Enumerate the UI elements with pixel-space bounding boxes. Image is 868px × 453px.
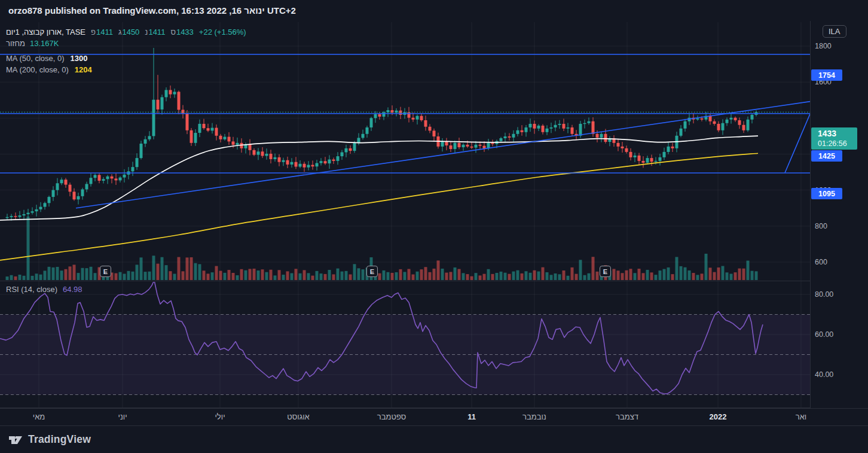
time-axis-label: 2022 xyxy=(710,412,727,421)
price-tick-label: 600 xyxy=(815,257,827,267)
ma200-line xyxy=(0,153,758,260)
earnings-icon[interactable]: E xyxy=(600,266,611,277)
earnings-icon[interactable]: E xyxy=(100,266,111,277)
time-axis-label: אוגוסט xyxy=(287,412,309,421)
time-axis-label: נובמבר xyxy=(522,412,546,421)
tradingview-logo[interactable]: TradingView xyxy=(8,432,91,448)
chart-canvas[interactable] xyxy=(0,21,810,408)
price-line-badge: 1425 xyxy=(811,150,842,162)
published-info-bar: orzo878 published on TradingView.com, 16… xyxy=(0,0,868,21)
tradingview-published-chart: orzo878 published on TradingView.com, 16… xyxy=(0,0,868,453)
symbol-axis-button[interactable]: ILA xyxy=(823,25,846,38)
footer-bar: TradingView xyxy=(0,426,868,453)
ma50-line xyxy=(0,136,758,220)
price-axis[interactable]: ILA 1433 01:26:56 1800160012001000800600… xyxy=(810,21,868,408)
time-axis-label: יוני xyxy=(118,412,127,421)
time-axis-label: דצמבר xyxy=(616,412,638,421)
price-line-badge: 1095 xyxy=(811,188,842,199)
time-axis[interactable]: מאייונייוליאוגוסטספטמבר11נובמברדצמבר2022… xyxy=(0,408,868,426)
tradingview-logo-icon xyxy=(8,432,23,448)
published-info-text: orzo878 published on TradingView.com, 16… xyxy=(8,5,296,16)
price-tick-label: 1800 xyxy=(815,41,832,51)
rsi-tick-label: 80.00 xyxy=(815,290,833,299)
brand-text: TradingView xyxy=(28,433,91,446)
rsi-band xyxy=(0,315,810,395)
last-price-value: 1433 xyxy=(818,128,857,139)
price-line-badge: 1754 xyxy=(811,69,842,81)
price-tick-label: 800 xyxy=(815,221,827,231)
bar-countdown: 01:26:56 xyxy=(818,139,857,148)
candles xyxy=(6,48,758,221)
time-axis-label: ואר xyxy=(796,412,806,421)
earnings-icon[interactable]: E xyxy=(366,266,378,277)
time-axis-label: מאי xyxy=(33,412,45,421)
rsi-tick-label: 60.00 xyxy=(815,330,833,339)
time-axis-label: 11 xyxy=(467,412,476,421)
time-axis-label: ספטמבר xyxy=(377,412,406,421)
time-axis-label: יולי xyxy=(215,412,225,421)
last-price-badge: 1433 01:26:56 xyxy=(811,127,857,150)
rsi-tick-label: 40.00 xyxy=(815,370,833,379)
drawings xyxy=(0,54,810,208)
